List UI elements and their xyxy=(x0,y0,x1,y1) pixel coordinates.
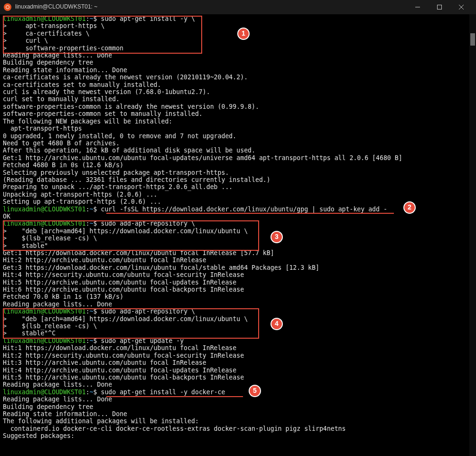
terminal-line: > "deb [arch=amd64] https://download.doc… xyxy=(3,315,473,323)
ubuntu-icon xyxy=(4,3,11,11)
svg-rect-0 xyxy=(438,5,442,10)
terminal-line: Setting up apt-transport-https (2.0.6) .… xyxy=(3,198,473,205)
close-button[interactable] xyxy=(450,0,472,14)
terminal-line: Get:3 https://download.docker.com/linux/… xyxy=(3,264,473,271)
terminal-line: linuxadmin@CLOUDWKST01:~$ curl -fsSL htt… xyxy=(3,206,473,213)
terminal-line: apt-transport-https xyxy=(3,125,473,132)
terminal-line: The following additional packages will b… xyxy=(3,418,473,425)
terminal-line: Fetched 70.0 kB in 1s (137 kB/s) xyxy=(3,293,473,300)
terminal-line: Need to get 4680 B of archives. xyxy=(3,140,473,147)
terminal-line: ca-certificates is already the newest ve… xyxy=(3,74,473,81)
terminal-line: Hit:3 http://archive.ubuntu.com/ubuntu f… xyxy=(3,359,473,366)
terminal-window: linuxadmin@CLOUDWKST01: ~ linuxadmin@CLO… xyxy=(0,0,476,456)
scrollbar-thumb[interactable] xyxy=(470,33,475,46)
terminal-body[interactable]: linuxadmin@CLOUDWKST01:~$ sudo apt-get i… xyxy=(0,14,476,456)
terminal-line: Building dependency tree xyxy=(3,403,473,410)
terminal-line: > $(lsb_release -cs) \ xyxy=(3,235,473,242)
terminal-line: > apt-transport-https \ xyxy=(3,22,473,29)
terminal-line: Hit:6 http://archive.ubuntu.com/ubuntu f… xyxy=(3,286,473,293)
terminal-line: ca-certificates set to manually installe… xyxy=(3,81,473,88)
terminal-line: software-properties-common set to manual… xyxy=(3,110,473,117)
window-title: linuxadmin@CLOUDWKST01: ~ xyxy=(15,3,97,10)
titlebar[interactable]: linuxadmin@CLOUDWKST01: ~ xyxy=(0,0,476,14)
terminal-line: Selecting previously unselected package … xyxy=(3,169,473,176)
terminal-line: Hit:2 http://security.ubuntu.com/ubuntu … xyxy=(3,352,473,359)
terminal-line: After this operation, 162 kB of addition… xyxy=(3,147,473,154)
terminal-line: The following NEW packages will be insta… xyxy=(3,118,473,125)
terminal-line: 0 upgraded, 1 newly installed, 0 to remo… xyxy=(3,133,473,140)
terminal-line: linuxadmin@CLOUDWKST01:~$ sudo apt-get u… xyxy=(3,337,473,344)
terminal-line: OK xyxy=(3,213,473,220)
terminal-line: Hit:4 http://security.ubuntu.com/ubuntu … xyxy=(3,271,473,278)
terminal-line: Suggested packages: xyxy=(3,432,473,439)
minimize-button[interactable] xyxy=(407,0,429,14)
terminal-line: Hit:5 http://archive.ubuntu.com/ubuntu f… xyxy=(3,279,473,286)
terminal-line: Fetched 4680 B in 0s (12.6 kB/s) xyxy=(3,162,473,169)
terminal-line: Hit:4 http://archive.ubuntu.com/ubuntu f… xyxy=(3,367,473,374)
terminal-line: linuxadmin@CLOUDWKST01:~$ sudo apt-get i… xyxy=(3,389,473,396)
terminal-line: Reading state information... Done xyxy=(3,410,473,418)
terminal-line: Get:1 http://archive.ubuntu.com/ubuntu f… xyxy=(3,154,473,162)
terminal-line: > stable"^C xyxy=(3,330,473,337)
terminal-line: > curl \ xyxy=(3,37,473,44)
terminal-line: Get:1 https://download.docker.com/linux/… xyxy=(3,249,473,256)
terminal-line: curl is already the newest version (7.68… xyxy=(3,88,473,95)
terminal-line: Reading package lists... Done xyxy=(3,52,473,59)
terminal-line: linuxadmin@CLOUDWKST01:~$ sudo add-apt-r… xyxy=(3,220,473,227)
scrollbar[interactable] xyxy=(469,14,476,456)
terminal-line: Building dependency tree xyxy=(3,59,473,66)
terminal-line: Hit:2 http://archive.ubuntu.com/ubuntu f… xyxy=(3,256,473,264)
terminal-line: > stable" xyxy=(3,242,473,249)
terminal-line: Preparing to unpack .../apt-transport-ht… xyxy=(3,183,473,190)
terminal-line: > ca-certificates \ xyxy=(3,30,473,37)
terminal-line: (Reading database ... 32361 files and di… xyxy=(3,176,473,183)
terminal-line: Unpacking apt-transport-https (2.0.6) ..… xyxy=(3,191,473,198)
terminal-line: > "deb [arch=amd64] https://download.doc… xyxy=(3,228,473,235)
terminal-line: > $(lsb_release -cs) \ xyxy=(3,323,473,330)
terminal-line: linuxadmin@CLOUDWKST01:~$ sudo apt-get i… xyxy=(3,15,473,22)
terminal-line: Hit:1 https://download.docker.com/linux/… xyxy=(3,344,473,352)
terminal-line: curl set to manually installed. xyxy=(3,95,473,103)
terminal-line: Hit:5 http://archive.ubuntu.com/ubuntu f… xyxy=(3,374,473,381)
terminal-line: Reading package lists... Done xyxy=(3,381,473,388)
terminal-line: Reading package lists... Done xyxy=(3,301,473,308)
terminal-line: > software-properties-common xyxy=(3,45,473,52)
terminal-line: Reading state information... Done xyxy=(3,66,473,74)
terminal-line: linuxadmin@CLOUDWKST01:~$ sudo add-apt-r… xyxy=(3,308,473,315)
terminal-line: Reading package lists... Done xyxy=(3,396,473,403)
terminal-line: software-properties-common is already th… xyxy=(3,103,473,110)
terminal-line: containerd.io docker-ce-cli docker-ce-ro… xyxy=(3,425,473,432)
maximize-button[interactable] xyxy=(429,0,450,14)
